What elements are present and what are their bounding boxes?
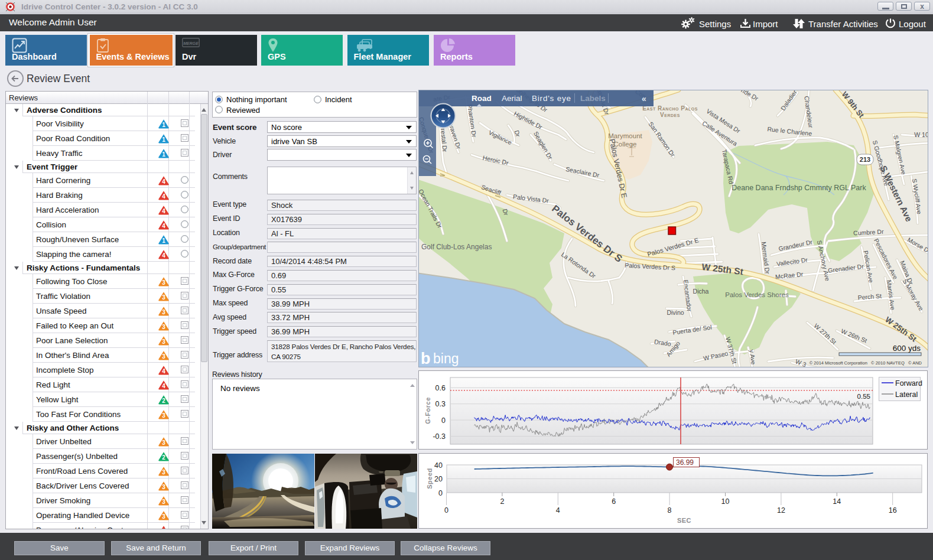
svg-text:«: « (642, 94, 646, 103)
svg-text:4: 4 (162, 193, 165, 200)
svg-text:3: 3 (162, 279, 165, 286)
svg-text:Lateral: Lateral (895, 390, 918, 399)
svg-text:12: 12 (777, 506, 785, 515)
svg-text:4: 4 (162, 368, 165, 375)
svg-text:3: 3 (162, 353, 165, 360)
svg-text:0: 0 (444, 506, 448, 515)
svg-text:Deane Dana Frndshp Cmmnty RGL: Deane Dana Frndshp Cmmnty RGL Park (732, 184, 866, 192)
svg-text:3: 3 (162, 294, 165, 301)
svg-text:Dicha: Dicha (693, 288, 709, 295)
svg-text:1: 1 (162, 122, 165, 128)
svg-text:1: 1 (162, 237, 165, 244)
svg-text:4: 4 (162, 252, 165, 259)
svg-text:4: 4 (162, 208, 165, 214)
svg-text:1: 1 (162, 151, 165, 158)
svg-text:3: 3 (162, 338, 165, 345)
svg-text:213: 213 (860, 156, 870, 163)
svg-text:2: 2 (500, 497, 504, 506)
svg-text:G-Force: G-Force (424, 397, 431, 424)
svg-text:Speed: Speed (426, 468, 433, 489)
svg-text:Forward: Forward (895, 379, 922, 388)
svg-text:10: 10 (721, 497, 730, 506)
svg-text:3: 3 (162, 309, 165, 315)
svg-text:© 2014 Microsoft Corporation: © 2014 Microsoft Corporation © 2010 NAVT… (810, 360, 922, 366)
svg-text:College: College (614, 141, 637, 148)
svg-text:3: 3 (162, 469, 165, 476)
svg-text:0.55: 0.55 (857, 393, 870, 400)
svg-text:3: 3 (162, 324, 165, 330)
svg-text:Divino: Divino (667, 309, 684, 316)
svg-text:4: 4 (162, 178, 165, 185)
svg-text:bing: bing (433, 351, 459, 366)
svg-text:W 10t: W 10t (914, 131, 928, 138)
svg-text:Palos Verdes Shores: Palos Verdes Shores (725, 291, 789, 298)
svg-text:3: 3 (162, 412, 165, 419)
svg-text:20: 20 (434, 475, 443, 483)
svg-text:4: 4 (162, 223, 165, 229)
svg-text:1: 1 (162, 136, 165, 143)
svg-text:SEC: SEC (677, 517, 691, 524)
svg-text:0: 0 (441, 416, 446, 425)
svg-text:Verdes: Verdes (660, 112, 680, 118)
svg-text:0: 0 (438, 489, 443, 497)
svg-text:4: 4 (556, 506, 560, 515)
svg-text:3: 3 (162, 484, 165, 490)
svg-text:b: b (421, 350, 431, 367)
svg-text:3: 3 (162, 513, 165, 520)
svg-text:3: 3 (162, 499, 165, 505)
svg-text:0.3: 0.3 (435, 400, 446, 408)
svg-text:Labels: Labels (580, 94, 606, 103)
svg-text:600 yds: 600 yds (893, 344, 921, 353)
svg-text:Bird's eye: Bird's eye (532, 94, 571, 103)
svg-text:Road: Road (472, 94, 492, 103)
svg-text:3: 3 (162, 439, 165, 446)
svg-text:6: 6 (612, 497, 616, 506)
svg-text:4: 4 (162, 383, 165, 389)
svg-text:16: 16 (889, 506, 897, 515)
svg-text:36.99: 36.99 (676, 458, 694, 467)
svg-text:14: 14 (833, 497, 841, 506)
svg-text:Golf Club-Los Angelas: Golf Club-Los Angelas (421, 243, 492, 251)
svg-text:Marymount: Marymount (608, 132, 642, 139)
svg-text:40: 40 (434, 461, 443, 470)
svg-text:Aerial: Aerial (502, 94, 522, 103)
svg-text:8: 8 (668, 506, 672, 515)
svg-text:2: 2 (162, 398, 165, 404)
svg-text:-0.3: -0.3 (433, 432, 446, 441)
svg-text:0.6: 0.6 (435, 384, 446, 392)
svg-text:2: 2 (162, 454, 165, 461)
